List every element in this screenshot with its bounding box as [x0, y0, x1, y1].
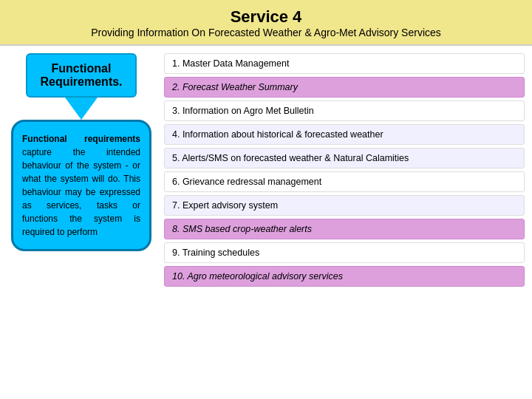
left-panel: Functional Requirements. Functional requ…	[7, 53, 155, 392]
header: Service 4 Providing Information On Forec…	[0, 0, 532, 46]
content-area: Functional Requirements. Functional requ…	[0, 46, 532, 399]
functional-requirements-box: Functional Requirements.	[26, 53, 137, 98]
requirement-item-7: 7. Expert advisory system	[164, 195, 525, 216]
func-description-box: Functional requirements capture the inte…	[11, 120, 151, 251]
requirement-item-3: 3. Information on Agro Met Bulletin	[164, 100, 525, 121]
requirement-item-9: 9. Training schedules	[164, 242, 525, 263]
requirement-item-10: 10. Agro meteorological advisory service…	[164, 266, 525, 287]
page-subtitle: Providing Information On Forecasted Weat…	[15, 27, 517, 38]
requirement-item-1: 1. Master Data Management	[164, 53, 525, 74]
requirement-item-6: 6. Grievance redressal management	[164, 171, 525, 192]
requirement-item-4: 4. Information about historical & foreca…	[164, 124, 525, 145]
page-title: Service 4	[15, 7, 517, 27]
requirement-item-2: 2. Forecast Weather Summary	[164, 77, 525, 98]
requirement-item-8: 8. SMS based crop-weather alerts	[164, 219, 525, 239]
arrow-down-icon	[65, 98, 98, 120]
requirement-item-5: 5. Alerts/SMS on forecasted weather & Na…	[164, 148, 525, 168]
requirements-list: 1. Master Data Management2. Forecast Wea…	[164, 53, 525, 392]
func-desc-bold: Functional requirements	[22, 134, 140, 144]
page: Service 4 Providing Information On Forec…	[0, 0, 532, 399]
func-desc-rest: capture the intended behaviour of the sy…	[22, 147, 140, 237]
